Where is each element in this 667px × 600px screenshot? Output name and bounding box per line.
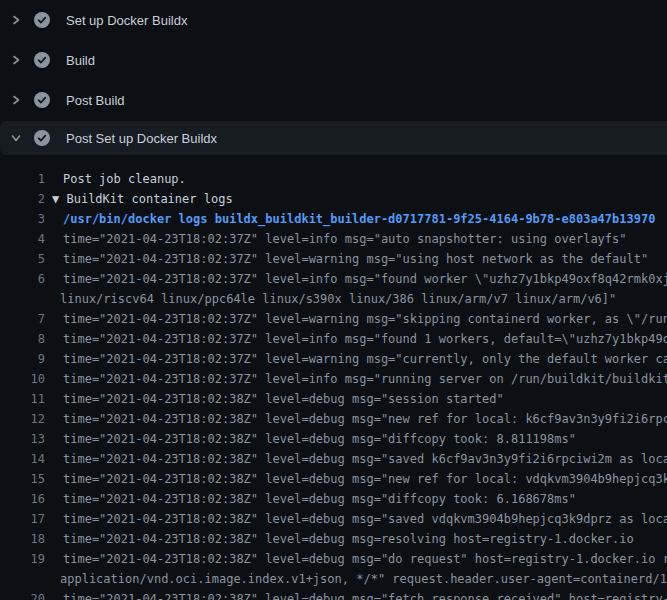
- check-circle-icon: [34, 92, 50, 108]
- log-line-content: time="2021-04-23T18:02:37Z" level=info m…: [52, 369, 667, 389]
- log-line: 8time="2021-04-23T18:02:37Z" level=info …: [0, 329, 667, 349]
- log-text: time="2021-04-23T18:02:37Z" level=warnin…: [52, 349, 667, 369]
- log-text: Post job cleanup.: [52, 169, 186, 189]
- log-line: 2▼ BuildKit container logs: [0, 189, 667, 209]
- line-number[interactable]: 8: [0, 329, 45, 349]
- line-number[interactable]: 14: [0, 449, 45, 469]
- log-text: time="2021-04-23T18:02:38Z" level=debug …: [52, 549, 667, 569]
- log-text: time="2021-04-23T18:02:38Z" level=debug …: [52, 469, 667, 489]
- log-line-content: ▼ BuildKit container logs: [52, 189, 233, 209]
- log-line-content: time="2021-04-23T18:02:38Z" level=debug …: [52, 469, 667, 489]
- log-text: time="2021-04-23T18:02:37Z" level=info m…: [52, 329, 667, 349]
- log-line-content: time="2021-04-23T18:02:38Z" level=debug …: [52, 389, 504, 409]
- log-line: 14time="2021-04-23T18:02:38Z" level=debu…: [0, 449, 667, 469]
- log-line-content: time="2021-04-23T18:02:37Z" level=warnin…: [52, 349, 667, 369]
- log-text-continuation: application/vnd.oci.image.index.v1+json,…: [52, 569, 667, 589]
- chevron-down-icon[interactable]: [9, 132, 22, 145]
- log-line: 5time="2021-04-23T18:02:37Z" level=warni…: [0, 249, 667, 269]
- log-line-content: Post job cleanup.: [52, 169, 186, 189]
- log-group-header[interactable]: ▼ BuildKit container logs: [52, 189, 233, 209]
- log-line-content: time="2021-04-23T18:02:37Z" level=info m…: [52, 229, 627, 249]
- chevron-right-icon[interactable]: [9, 94, 22, 107]
- line-number[interactable]: 6: [0, 269, 45, 309]
- check-circle-icon: [34, 130, 50, 146]
- chevron-right-icon[interactable]: [9, 14, 22, 27]
- log-line-content: time="2021-04-23T18:02:38Z" level=debug …: [52, 509, 667, 529]
- log-line: 19time="2021-04-23T18:02:38Z" level=debu…: [0, 549, 667, 589]
- check-circle-icon: [34, 52, 50, 68]
- log-line-content: time="2021-04-23T18:02:37Z" level=info m…: [52, 329, 667, 349]
- log-text: time="2021-04-23T18:02:38Z" level=debug …: [52, 589, 667, 600]
- log-line: 4time="2021-04-23T18:02:37Z" level=info …: [0, 229, 667, 249]
- log-line: 10time="2021-04-23T18:02:37Z" level=info…: [0, 369, 667, 389]
- log-area[interactable]: 1Post job cleanup.2▼ BuildKit container …: [0, 160, 667, 600]
- log-text-continuation: linux/riscv64 linux/ppc64le linux/s390x …: [52, 289, 667, 309]
- line-number[interactable]: 13: [0, 429, 45, 449]
- step-title: Set up Docker Buildx: [66, 13, 187, 28]
- log-text: time="2021-04-23T18:02:37Z" level=info m…: [52, 269, 667, 289]
- log-text: time="2021-04-23T18:02:37Z" level=warnin…: [52, 309, 667, 329]
- line-number[interactable]: 9: [0, 349, 45, 369]
- log-line: 3/usr/bin/docker logs buildx_buildkit_bu…: [0, 209, 667, 229]
- step-row-build[interactable]: Build: [0, 40, 667, 80]
- log-text: time="2021-04-23T18:02:38Z" level=debug …: [52, 509, 667, 529]
- log-line-content: time="2021-04-23T18:02:38Z" level=debug …: [52, 589, 667, 600]
- log-line: 9time="2021-04-23T18:02:37Z" level=warni…: [0, 349, 667, 369]
- log-line: 13time="2021-04-23T18:02:38Z" level=debu…: [0, 429, 667, 449]
- line-number[interactable]: 15: [0, 469, 45, 489]
- line-number[interactable]: 17: [0, 509, 45, 529]
- line-number[interactable]: 12: [0, 409, 45, 429]
- log-line: 7time="2021-04-23T18:02:37Z" level=warni…: [0, 309, 667, 329]
- log-text: time="2021-04-23T18:02:38Z" level=debug …: [52, 409, 667, 429]
- chevron-right-icon[interactable]: [9, 54, 22, 67]
- log-text: time="2021-04-23T18:02:38Z" level=debug …: [52, 389, 504, 409]
- line-number[interactable]: 1: [0, 169, 45, 189]
- log-line-content: time="2021-04-23T18:02:38Z" level=debug …: [52, 549, 667, 589]
- log-line-content: /usr/bin/docker logs buildx_buildkit_bui…: [52, 209, 655, 229]
- step-row-post-build[interactable]: Post Build: [0, 80, 667, 120]
- log-line: 11time="2021-04-23T18:02:38Z" level=debu…: [0, 389, 667, 409]
- line-number[interactable]: 18: [0, 529, 45, 549]
- step-title: Build: [66, 53, 95, 68]
- log-text: time="2021-04-23T18:02:38Z" level=debug …: [52, 529, 634, 549]
- line-number[interactable]: 16: [0, 489, 45, 509]
- log-text: time="2021-04-23T18:02:37Z" level=warnin…: [52, 249, 648, 269]
- line-number[interactable]: 7: [0, 309, 45, 329]
- log-line-content: time="2021-04-23T18:02:38Z" level=debug …: [52, 429, 576, 449]
- log-line: 6time="2021-04-23T18:02:37Z" level=info …: [0, 269, 667, 309]
- log-line: 17time="2021-04-23T18:02:38Z" level=debu…: [0, 509, 667, 529]
- line-number[interactable]: 20: [0, 589, 45, 600]
- group-collapse-triangle-icon[interactable]: ▼: [52, 192, 59, 206]
- log-text: time="2021-04-23T18:02:37Z" level=info m…: [52, 369, 667, 389]
- log-line: 18time="2021-04-23T18:02:38Z" level=debu…: [0, 529, 667, 549]
- line-number[interactable]: 2: [0, 189, 45, 209]
- log-text: time="2021-04-23T18:02:38Z" level=debug …: [52, 449, 667, 469]
- step-title: Post Set up Docker Buildx: [66, 131, 217, 146]
- log-line-content: time="2021-04-23T18:02:38Z" level=debug …: [52, 529, 634, 549]
- line-number[interactable]: 4: [0, 229, 45, 249]
- log-line-content: time="2021-04-23T18:02:38Z" level=debug …: [52, 409, 667, 429]
- step-row-set-up-docker-buildx[interactable]: Set up Docker Buildx: [0, 0, 667, 40]
- log-text: time="2021-04-23T18:02:38Z" level=debug …: [52, 429, 576, 449]
- log-line: 15time="2021-04-23T18:02:38Z" level=debu…: [0, 469, 667, 489]
- log-line: 16time="2021-04-23T18:02:38Z" level=debu…: [0, 489, 667, 509]
- log-line: 12time="2021-04-23T18:02:38Z" level=debu…: [0, 409, 667, 429]
- line-number[interactable]: 5: [0, 249, 45, 269]
- line-number[interactable]: 11: [0, 389, 45, 409]
- log-line-content: time="2021-04-23T18:02:37Z" level=warnin…: [52, 249, 648, 269]
- step-row-post-set-up-docker-buildx[interactable]: Post Set up Docker Buildx: [0, 121, 667, 155]
- line-number[interactable]: 10: [0, 369, 45, 389]
- check-circle-icon: [34, 12, 50, 28]
- log-line: 20time="2021-04-23T18:02:38Z" level=debu…: [0, 589, 667, 600]
- steps-list: Set up Docker BuildxBuildPost BuildPost …: [0, 0, 667, 155]
- log-command-text: /usr/bin/docker logs buildx_buildkit_bui…: [52, 209, 655, 229]
- log-line-content: time="2021-04-23T18:02:37Z" level=info m…: [52, 269, 667, 309]
- line-number[interactable]: 19: [0, 549, 45, 589]
- log-line: 1Post job cleanup.: [0, 169, 667, 189]
- log-line-content: time="2021-04-23T18:02:38Z" level=debug …: [52, 449, 667, 469]
- step-title: Post Build: [66, 93, 125, 108]
- log-text: time="2021-04-23T18:02:37Z" level=info m…: [52, 229, 627, 249]
- log-text: time="2021-04-23T18:02:38Z" level=debug …: [52, 489, 576, 509]
- line-number[interactable]: 3: [0, 209, 45, 229]
- log-line-content: time="2021-04-23T18:02:37Z" level=warnin…: [52, 309, 667, 329]
